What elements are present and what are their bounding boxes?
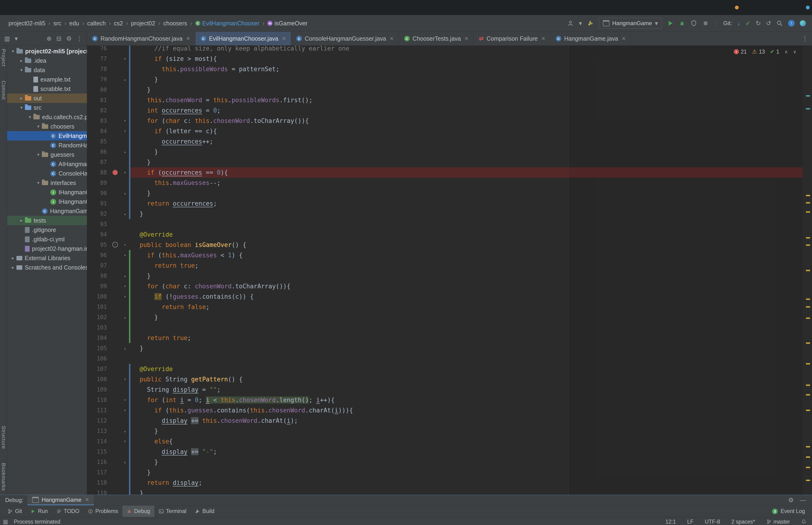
error-count[interactable]: ! 21 — [734, 49, 747, 55]
breadcrumb-item[interactable]: project02 — [131, 20, 155, 27]
fold-icon[interactable]: ▴ — [121, 188, 129, 198]
scroll-mark[interactable] — [806, 306, 810, 308]
tab-close-icon[interactable]: × — [186, 35, 190, 42]
tree-chevron-icon[interactable]: ▾ — [35, 152, 42, 157]
tree-chevron-icon[interactable]: ▸ — [18, 218, 25, 223]
scroll-mark[interactable] — [806, 410, 810, 411]
breadcrumb-item[interactable]: project02-mli5 — [9, 20, 45, 27]
locate-icon[interactable]: ⊕ — [47, 35, 52, 42]
tree-item[interactable]: ▸External Libraries — [7, 253, 87, 263]
tree-item[interactable]: example.txt — [7, 75, 87, 84]
fold-icon[interactable]: ▴ — [121, 147, 129, 157]
tree-item[interactable]: CHangmanGame — [7, 206, 87, 216]
tree-item[interactable]: CEvilHangmanChooser — [7, 131, 87, 140]
breadcrumb-item[interactable]: caltech — [87, 20, 106, 27]
tree-item[interactable]: IIHangmanGuesser — [7, 197, 87, 206]
rollback-icon[interactable]: ↺ — [766, 20, 771, 26]
inspections-widget[interactable]: ! 21 ⚠ 13 ✔ 1 ∧ ∨ — [734, 48, 796, 55]
hammer-icon[interactable] — [587, 20, 594, 27]
fold-icon[interactable]: ▾ — [121, 395, 129, 405]
tree-item[interactable]: .gitlab-ci.yml — [7, 235, 87, 244]
tree-chevron-icon[interactable]: ▸ — [10, 255, 16, 260]
breadcrumb-item[interactable]: misGameOver — [267, 20, 307, 27]
fold-icon[interactable]: ▴ — [121, 457, 129, 467]
more-tabs-icon[interactable]: ⋮ — [798, 32, 812, 45]
stripe-bookmarks[interactable]: Bookmarks — [0, 463, 6, 491]
fold-icon[interactable]: ▾ — [121, 116, 129, 126]
run-icon[interactable] — [667, 20, 674, 27]
debug-run-icon[interactable] — [679, 20, 685, 27]
tree-item[interactable]: CConsoleHangmanGuesser — [7, 169, 87, 178]
scroll-mark[interactable] — [806, 202, 810, 204]
tree-item[interactable]: ▾project02-mli5 [project02-mli5] — [7, 46, 87, 56]
scroll-mark[interactable] — [806, 446, 810, 448]
commit-icon[interactable]: ✓ — [746, 20, 751, 26]
tree-chevron-icon[interactable]: ▾ — [10, 49, 16, 54]
scroll-mark[interactable] — [806, 394, 810, 395]
event-log-widget[interactable]: 2 Event Log — [772, 506, 812, 517]
breadcrumb-item[interactable]: CEvilHangmanChooser — [195, 20, 259, 27]
settings-icon[interactable]: ⚙ — [66, 35, 72, 42]
breakpoint-gutter[interactable] — [109, 167, 121, 178]
tree-item[interactable]: scrabble.txt — [7, 84, 87, 93]
tree-chevron-icon[interactable]: ▸ — [18, 58, 25, 63]
stripe-project[interactable]: Project — [0, 49, 6, 66]
fold-icon[interactable]: ▾ — [121, 374, 129, 385]
chevron-down-icon[interactable]: ▾ — [15, 35, 18, 42]
tab-close-icon[interactable]: × — [541, 35, 545, 42]
hide-icon[interactable]: — — [800, 497, 806, 503]
statusbar-button-todo[interactable]: TODO — [52, 506, 83, 517]
notifications-icon[interactable] — [801, 519, 806, 524]
collapse-all-icon[interactable]: ⊟ — [56, 35, 62, 42]
tree-item[interactable]: ▾choosers — [7, 122, 87, 131]
tree-item[interactable]: ▸.idea — [7, 56, 87, 65]
tree-item[interactable]: CRandomHangmanChooser — [7, 140, 87, 150]
scroll-mark[interactable] — [806, 195, 810, 196]
fold-icon[interactable]: ▾ — [121, 240, 129, 250]
scroll-mark[interactable] — [806, 467, 810, 468]
tree-item[interactable]: project02-hangman.iml — [7, 244, 87, 253]
fold-icon[interactable]: ▾ — [121, 405, 129, 416]
line-separator[interactable]: LF — [687, 519, 693, 525]
scroll-mark[interactable] — [806, 385, 810, 386]
fold-icon[interactable]: ▾ — [121, 291, 129, 302]
tree-item[interactable]: ▾data — [7, 65, 87, 75]
breadcrumb-item[interactable]: cs2 — [114, 20, 123, 27]
tree-item[interactable]: CAIHangmanGuesser — [7, 159, 87, 169]
tree-item[interactable]: ▸tests — [7, 216, 87, 225]
scroll-mark[interactable] — [806, 211, 810, 213]
fold-icon[interactable]: ▴ — [121, 209, 129, 219]
indent-info[interactable]: 2 spaces* — [731, 519, 755, 525]
fold-icon[interactable]: ▾ — [121, 436, 129, 447]
scroll-mark[interactable] — [806, 480, 810, 481]
tab-close-icon[interactable]: × — [464, 35, 468, 42]
more-icon[interactable]: ⋮ — [76, 35, 82, 42]
search-icon[interactable] — [776, 20, 783, 27]
git-branch-widget[interactable]: master — [766, 519, 790, 525]
editor-tab[interactable]: CConsoleHangmanGuesser.java× — [291, 32, 399, 45]
editor-tab[interactable]: ⇄Comparison Failure× — [474, 32, 551, 45]
toolwindow-switcher-icon[interactable]: ▦ — [3, 519, 8, 525]
tab-close-icon[interactable]: × — [390, 35, 394, 42]
warning-count[interactable]: ⚠ 13 — [752, 48, 765, 55]
scroll-mark[interactable] — [806, 317, 810, 319]
tree-item[interactable]: ▸out — [7, 93, 87, 103]
tree-item[interactable]: ▾interfaces — [7, 178, 87, 188]
run-config-selector[interactable]: HangmanGame▾ — [599, 18, 662, 29]
scroll-mark[interactable] — [806, 108, 810, 109]
scroll-mark[interactable] — [806, 270, 810, 271]
tree-item[interactable]: .gitignore — [7, 225, 87, 235]
fold-icon[interactable]: ▾ — [121, 281, 129, 291]
fold-icon[interactable]: ▾ — [121, 250, 129, 260]
scroll-mark[interactable] — [806, 244, 810, 246]
tree-item[interactable]: ▾src — [7, 103, 87, 112]
statusbar-button-terminal[interactable]: Terminal — [154, 506, 191, 517]
user-icon[interactable] — [567, 20, 574, 27]
editor[interactable]: 76 //if equal size, only keep alphabetic… — [87, 46, 812, 495]
editor-tab[interactable]: CRandomHangmanChooser.java× — [87, 32, 196, 45]
editor-tab[interactable]: CEvilHangmanChooser.java× — [196, 32, 291, 45]
tree-chevron-icon[interactable]: ▾ — [18, 68, 25, 73]
fold-icon[interactable]: ▴ — [121, 74, 129, 85]
breadcrumb-item[interactable]: choosers — [163, 20, 187, 27]
tree-chevron-icon[interactable]: ▸ — [10, 265, 16, 270]
